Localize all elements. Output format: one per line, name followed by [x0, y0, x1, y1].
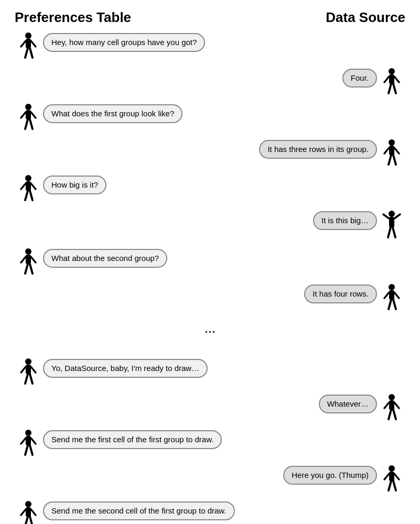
speech-bubble: Hey, how many cell groups have you got?	[43, 33, 205, 52]
continuation-dots: …	[5, 322, 415, 336]
svg-line-52	[25, 374, 28, 384]
data-source-figure	[381, 68, 402, 95]
speech-bubble: Whatever…	[319, 395, 377, 413]
svg-line-8	[384, 77, 389, 82]
svg-line-65	[30, 445, 33, 455]
data-source-figure	[381, 465, 402, 492]
svg-rect-43	[389, 290, 394, 300]
svg-point-24	[25, 175, 31, 181]
svg-line-69	[394, 474, 399, 479]
svg-point-0	[25, 32, 31, 39]
svg-line-23	[393, 155, 396, 165]
speech-bubble: It has four rows.	[304, 285, 377, 303]
conversation-row: It has four rows.	[5, 282, 415, 311]
svg-rect-67	[389, 472, 394, 481]
speech-bubble: It has three rows in its group.	[259, 140, 377, 159]
svg-line-59	[393, 410, 396, 419]
svg-line-51	[31, 367, 36, 373]
speech-bubble: What does the first group look like?	[43, 104, 182, 123]
svg-line-17	[30, 119, 33, 129]
svg-point-18	[389, 139, 395, 146]
svg-line-15	[31, 112, 36, 118]
conversation-row: It has three rows in its group.	[5, 138, 415, 166]
figure-icon	[382, 139, 402, 166]
svg-line-53	[30, 374, 33, 384]
figure-icon	[382, 465, 402, 492]
speech-bubble: What about the second group?	[43, 249, 167, 268]
conversation-row: It is this big…	[5, 209, 415, 239]
speech-bubble: It is this big…	[313, 211, 377, 230]
svg-rect-19	[389, 146, 394, 155]
svg-line-14	[21, 112, 26, 118]
preferences-table-figure	[18, 174, 39, 202]
conversation-row: Here you go. (Thump)	[5, 464, 415, 492]
svg-line-70	[389, 481, 391, 490]
svg-line-4	[25, 48, 28, 58]
svg-line-21	[394, 148, 399, 154]
svg-point-6	[389, 68, 395, 74]
conversation-row: How big is it?	[5, 173, 415, 202]
speech-bubble: Send me the first cell of the first grou…	[43, 430, 222, 449]
svg-rect-25	[26, 181, 31, 191]
svg-line-64	[25, 445, 28, 455]
conversation-row: Whatever…	[5, 392, 415, 421]
svg-line-26	[21, 183, 26, 189]
svg-rect-1	[26, 39, 31, 48]
svg-line-75	[31, 509, 36, 515]
svg-line-50	[21, 367, 26, 373]
figure-icon	[18, 358, 38, 385]
svg-line-34	[388, 227, 391, 237]
svg-line-57	[394, 402, 399, 408]
svg-line-40	[25, 264, 28, 274]
svg-line-62	[21, 438, 26, 444]
figure-icon	[18, 429, 38, 456]
svg-line-39	[31, 257, 36, 263]
svg-point-30	[389, 211, 395, 217]
data-source-figure	[381, 283, 402, 311]
svg-line-45	[394, 292, 399, 298]
preferences-table-figure	[18, 248, 39, 275]
header: Preferences Table Data Source	[0, 0, 420, 31]
speech-bubble: How big is it?	[43, 176, 106, 194]
preferences-table-figure	[18, 32, 39, 59]
svg-line-20	[384, 148, 389, 154]
conversation-row: Four.	[5, 67, 415, 95]
figure-icon	[18, 174, 38, 202]
svg-line-44	[384, 292, 389, 298]
figure-icon	[18, 248, 38, 275]
preferences-table-figure	[18, 103, 39, 130]
svg-rect-61	[26, 436, 31, 445]
speech-bubble: Four.	[342, 69, 377, 88]
conversation-row: Send me the first cell of the first grou…	[5, 428, 415, 456]
speech-bubble: Here you go. (Thump)	[283, 466, 377, 485]
svg-line-76	[25, 517, 28, 524]
figure-icon	[380, 210, 403, 239]
svg-line-38	[21, 257, 26, 263]
data-source-figure	[381, 139, 402, 166]
svg-point-36	[25, 248, 31, 255]
svg-line-32	[383, 214, 389, 219]
svg-line-77	[30, 517, 33, 524]
speech-bubble: Yo, DataSource, baby, I'm ready to draw…	[43, 359, 208, 378]
svg-line-29	[30, 191, 33, 200]
figure-icon	[18, 32, 38, 59]
figure-icon	[18, 500, 38, 524]
svg-rect-13	[26, 110, 31, 119]
svg-point-12	[25, 104, 31, 110]
svg-line-22	[389, 155, 391, 165]
svg-line-5	[30, 48, 33, 58]
right-header-title: Data Source	[326, 9, 405, 26]
figure-icon	[382, 68, 402, 95]
svg-line-11	[393, 84, 396, 93]
svg-rect-37	[26, 255, 31, 264]
data-source-figure	[381, 210, 402, 239]
svg-line-16	[25, 119, 28, 129]
svg-line-63	[31, 438, 36, 444]
svg-line-28	[25, 191, 28, 200]
svg-line-58	[389, 410, 391, 419]
diagram: Hey, how many cell groups have you got? …	[0, 31, 420, 524]
svg-line-47	[393, 300, 396, 309]
svg-point-72	[25, 501, 31, 507]
preferences-table-figure	[18, 429, 39, 456]
svg-rect-49	[26, 365, 31, 374]
